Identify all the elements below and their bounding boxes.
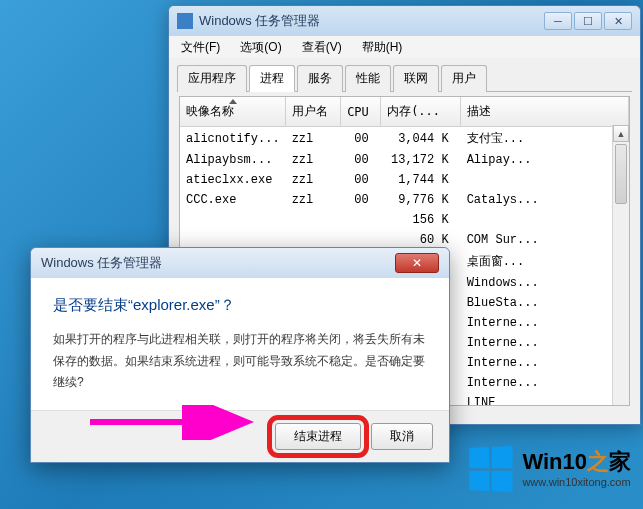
maximize-button[interactable]: ☐ (574, 12, 602, 30)
watermark-text: Win10之家 www.win10xitong.com (522, 449, 631, 489)
col-memory[interactable]: 内存(... (381, 97, 461, 127)
cell-cpu (341, 210, 381, 230)
titlebar[interactable]: Windows 任务管理器 ─ ☐ ✕ (169, 6, 640, 36)
cell-user: zzl (286, 127, 341, 151)
cell-desc: BlueSta... (461, 293, 629, 313)
app-icon (177, 13, 193, 29)
close-button[interactable]: ✕ (604, 12, 632, 30)
cell-user: zzl (286, 150, 341, 170)
menu-help[interactable]: 帮助(H) (354, 37, 411, 58)
cell-image (180, 210, 286, 230)
cell-memory: 3,044 K (381, 127, 461, 151)
tab-performance[interactable]: 性能 (345, 65, 391, 92)
tab-networking[interactable]: 联网 (393, 65, 439, 92)
menu-view[interactable]: 查看(V) (294, 37, 350, 58)
col-cpu[interactable]: CPU (341, 97, 381, 127)
cell-memory: 9,776 K (381, 190, 461, 210)
vertical-scrollbar[interactable]: ▲ (612, 125, 629, 405)
table-row[interactable]: alicnotify...zzl003,044 K支付宝... (180, 127, 629, 151)
close-icon: ✕ (412, 256, 422, 270)
cell-desc: COM Sur... (461, 230, 629, 250)
dialog-close-button[interactable]: ✕ (395, 253, 439, 273)
table-row[interactable]: Alipaybsm...zzl0013,172 KAlipay... (180, 150, 629, 170)
window-title: Windows 任务管理器 (199, 12, 544, 30)
cell-image: atieclxx.exe (180, 170, 286, 190)
cell-user (286, 210, 341, 230)
dialog-titlebar[interactable]: Windows 任务管理器 ✕ (31, 248, 449, 278)
table-row[interactable]: atieclxx.exezzl001,744 K (180, 170, 629, 190)
col-image-label: 映像名称 (186, 104, 234, 118)
col-user[interactable]: 用户名 (286, 97, 341, 127)
dialog-heading: 是否要结束“explorer.exe”？ (53, 296, 427, 315)
cell-desc: Interne... (461, 313, 629, 333)
cell-memory: 13,172 K (381, 150, 461, 170)
scroll-thumb[interactable] (615, 144, 627, 204)
tabstrip: 应用程序 进程 服务 性能 联网 用户 (177, 64, 632, 92)
dialog-title: Windows 任务管理器 (41, 254, 395, 272)
cell-image: Alipaybsm... (180, 150, 286, 170)
cell-desc: 桌面窗... (461, 250, 629, 273)
cell-desc: Catalys... (461, 190, 629, 210)
menu-file[interactable]: 文件(F) (173, 37, 228, 58)
cell-desc (461, 170, 629, 190)
cell-desc: LINE (461, 393, 629, 406)
menubar: 文件(F) 选项(O) 查看(V) 帮助(H) (169, 36, 640, 58)
cell-cpu: 00 (341, 127, 381, 151)
windows-logo-icon (470, 446, 513, 492)
tab-services[interactable]: 服务 (297, 65, 343, 92)
end-process-dialog: Windows 任务管理器 ✕ 是否要结束“explorer.exe”？ 如果打… (30, 247, 450, 463)
cell-memory: 156 K (381, 210, 461, 230)
cell-desc: Interne... (461, 373, 629, 393)
cancel-button[interactable]: 取消 (371, 423, 433, 450)
minimize-button[interactable]: ─ (544, 12, 572, 30)
watermark-brand-a: Win10 (522, 449, 587, 474)
cell-desc: 支付宝... (461, 127, 629, 151)
cell-image: CCC.exe (180, 190, 286, 210)
tab-applications[interactable]: 应用程序 (177, 65, 247, 92)
watermark-url: www.win10xitong.com (522, 476, 631, 489)
tab-users[interactable]: 用户 (441, 65, 487, 92)
dialog-message: 如果打开的程序与此进程相关联，则打开的程序将关闭，将丢失所有未保存的数据。如果结… (53, 329, 427, 394)
cell-desc: Windows... (461, 273, 629, 293)
cell-cpu: 00 (341, 190, 381, 210)
cell-cpu: 00 (341, 150, 381, 170)
cell-desc (461, 210, 629, 230)
table-row[interactable]: CCC.exezzl009,776 KCatalys... (180, 190, 629, 210)
cell-desc: Alipay... (461, 150, 629, 170)
dialog-footer: 结束进程 取消 (31, 410, 449, 462)
cell-user: zzl (286, 170, 341, 190)
end-process-button[interactable]: 结束进程 (275, 423, 361, 450)
col-image-name[interactable]: 映像名称 (180, 97, 286, 127)
table-row[interactable]: 156 K (180, 210, 629, 230)
col-description[interactable]: 描述 (461, 97, 629, 127)
dialog-body: 是否要结束“explorer.exe”？ 如果打开的程序与此进程相关联，则打开的… (31, 278, 449, 410)
menu-options[interactable]: 选项(O) (232, 37, 289, 58)
cell-user: zzl (286, 190, 341, 210)
tab-processes[interactable]: 进程 (249, 65, 295, 92)
cell-desc: Interne... (461, 333, 629, 353)
cell-image: alicnotify... (180, 127, 286, 151)
watermark: Win10之家 www.win10xitong.com (468, 447, 631, 491)
cell-desc: Interne... (461, 353, 629, 373)
cell-cpu: 00 (341, 170, 381, 190)
sort-indicator-icon (229, 99, 237, 104)
window-controls: ─ ☐ ✕ (544, 12, 632, 30)
watermark-brand-b: 之 (587, 449, 609, 474)
scroll-up-button[interactable]: ▲ (613, 125, 629, 142)
cell-memory: 1,744 K (381, 170, 461, 190)
watermark-brand-c: 家 (609, 449, 631, 474)
